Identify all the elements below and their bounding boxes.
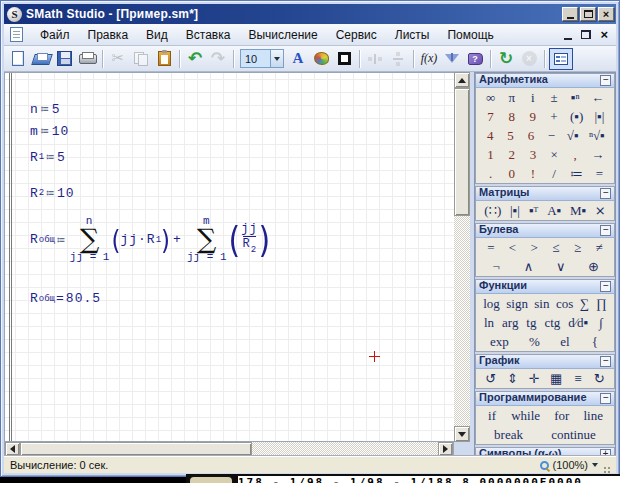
palette-button[interactable]: ≥ — [570, 239, 584, 256]
palette-button[interactable]: > — [527, 239, 541, 256]
palette-button[interactable]: ▪ᵀ — [527, 202, 541, 219]
palette-button[interactable]: ✛ — [526, 370, 541, 387]
recalculate-button[interactable]: ↻ — [495, 48, 517, 70]
palette-button[interactable]: × — [547, 146, 561, 163]
menu-service[interactable]: Сервис — [327, 25, 386, 45]
palette-button[interactable]: 5 — [504, 127, 518, 144]
redo-button[interactable]: ↷ — [207, 48, 229, 70]
palette-button[interactable]: ≔ — [568, 165, 585, 182]
palette-button[interactable]: ← — [589, 89, 606, 106]
palette-button[interactable]: 1 — [484, 146, 498, 163]
palette-button[interactable]: ⁿ√▪ — [587, 127, 607, 144]
scroll-down-button[interactable] — [454, 426, 470, 442]
palette-button[interactable]: ⊕ — [586, 258, 601, 275]
palette-button[interactable]: ⨯ — [593, 202, 608, 219]
palette-button[interactable]: (∷) — [482, 202, 503, 219]
section-header[interactable]: Функции − — [476, 280, 614, 294]
menu-calculation[interactable]: Вычисление — [239, 25, 326, 45]
palette-button[interactable]: ∞ — [484, 89, 498, 106]
reference-book-button[interactable]: ? — [464, 48, 486, 70]
math-definition-Robsh[interactable]: Rобщ ≔ n ∑ jj = 1 (jj·R1) + m ∑ jj = 1 (… — [30, 216, 270, 263]
minimize-button[interactable] — [562, 7, 578, 21]
palette-button[interactable]: log — [481, 295, 502, 312]
align-horizontal-button[interactable] — [364, 48, 386, 70]
palette-button[interactable]: |▪| — [508, 202, 522, 219]
copy-button[interactable] — [130, 48, 152, 70]
font-color-button[interactable]: A — [287, 48, 309, 70]
title-bar[interactable]: S SMath Studio - [Пример.sm*] × — [4, 4, 616, 24]
combo-dropdown-button[interactable] — [270, 50, 283, 67]
palette-button[interactable]: ▪ⁿ — [568, 89, 582, 106]
palette-button[interactable]: M▪ — [568, 202, 588, 219]
interrupt-button[interactable]: × — [518, 48, 540, 70]
palette-button[interactable]: ∨ — [554, 258, 568, 275]
palette-button[interactable]: ∧ — [521, 258, 535, 275]
horizontal-scroll-thumb[interactable] — [20, 442, 252, 456]
palette-button[interactable]: = — [592, 165, 606, 182]
paste-button[interactable] — [153, 48, 175, 70]
palette-button[interactable]: ▦ — [548, 370, 564, 387]
palette-button[interactable]: < — [505, 239, 519, 256]
save-button[interactable] — [53, 48, 75, 70]
palette-button[interactable]: 3 — [526, 146, 540, 163]
palette-button[interactable]: exp — [488, 333, 511, 350]
palette-button[interactable]: 7 — [484, 108, 498, 125]
math-definition-R2[interactable]: R2≔10 — [30, 185, 75, 201]
palette-button[interactable]: 2 — [505, 146, 519, 163]
scroll-right-button[interactable] — [438, 442, 453, 456]
section-header[interactable]: Арифметика − — [476, 74, 614, 88]
collapse-toggle-icon[interactable]: − — [600, 393, 611, 404]
resize-grip[interactable] — [602, 461, 610, 469]
menu-help[interactable]: Помощь — [438, 25, 502, 45]
math-definition-m[interactable]: m≔10 — [30, 123, 69, 139]
palette-button[interactable]: continue — [549, 426, 598, 443]
undo-button[interactable]: ↶ — [184, 48, 206, 70]
palette-button[interactable]: sin — [532, 295, 551, 312]
palette-button[interactable]: |▪| — [592, 108, 606, 125]
menu-edit[interactable]: Правка — [79, 25, 138, 45]
palette-button[interactable]: ∏ — [594, 295, 609, 312]
palette-button[interactable]: √▪ — [565, 127, 581, 144]
palette-button[interactable]: (▪) — [568, 108, 585, 125]
palette-button[interactable]: cos — [554, 295, 575, 312]
palette-button[interactable]: + — [547, 108, 561, 125]
mdi-restore-icon[interactable] — [581, 30, 591, 39]
palette-button[interactable]: ↺ — [483, 370, 498, 387]
palette-button[interactable]: line — [581, 407, 605, 424]
cut-button[interactable]: ✂ — [107, 48, 129, 70]
palette-button[interactable]: 8 — [505, 108, 519, 125]
math-definition-R1[interactable]: R1≔5 — [30, 149, 66, 165]
align-vertical-button[interactable] — [387, 48, 409, 70]
palette-button[interactable]: el — [558, 333, 572, 350]
palette-button[interactable]: ≠ — [592, 239, 606, 256]
palette-button[interactable]: ctg — [542, 314, 562, 331]
section-header[interactable]: Булева − — [476, 224, 614, 238]
palette-button[interactable]: for — [552, 407, 571, 424]
collapse-toggle-icon[interactable]: − — [600, 225, 611, 236]
palette-button[interactable]: 6 — [524, 127, 538, 144]
chevron-down-icon[interactable] — [592, 463, 598, 467]
palette-button[interactable]: ± — [547, 89, 561, 106]
collapse-toggle-icon[interactable]: − — [600, 188, 611, 199]
vertical-scrollbar[interactable] — [454, 72, 470, 442]
print-button[interactable] — [76, 48, 98, 70]
palette-button[interactable]: − — [544, 127, 558, 144]
background-color-button[interactable] — [310, 48, 332, 70]
new-file-button[interactable] — [7, 48, 29, 70]
palette-button[interactable]: tg — [524, 314, 538, 331]
palette-button[interactable]: ≤ — [549, 239, 563, 256]
palette-button[interactable]: d∕d▪ — [566, 314, 590, 331]
border-button[interactable] — [333, 48, 355, 70]
palette-button[interactable]: , — [568, 146, 582, 163]
palette-button[interactable]: % — [527, 333, 542, 350]
palette-button[interactable]: ∑ — [578, 295, 592, 312]
section-header[interactable]: График − — [476, 355, 614, 369]
font-size-combo[interactable]: 10 — [240, 49, 284, 68]
palette-button[interactable]: A▪ — [545, 202, 563, 219]
scroll-up-button[interactable] — [454, 72, 470, 88]
collapse-toggle-icon[interactable]: − — [600, 281, 611, 292]
palette-button[interactable]: sign — [504, 295, 530, 312]
palette-button[interactable]: 9 — [526, 108, 540, 125]
palette-button[interactable]: . — [484, 165, 498, 182]
collapse-toggle-icon[interactable]: + — [600, 449, 611, 456]
